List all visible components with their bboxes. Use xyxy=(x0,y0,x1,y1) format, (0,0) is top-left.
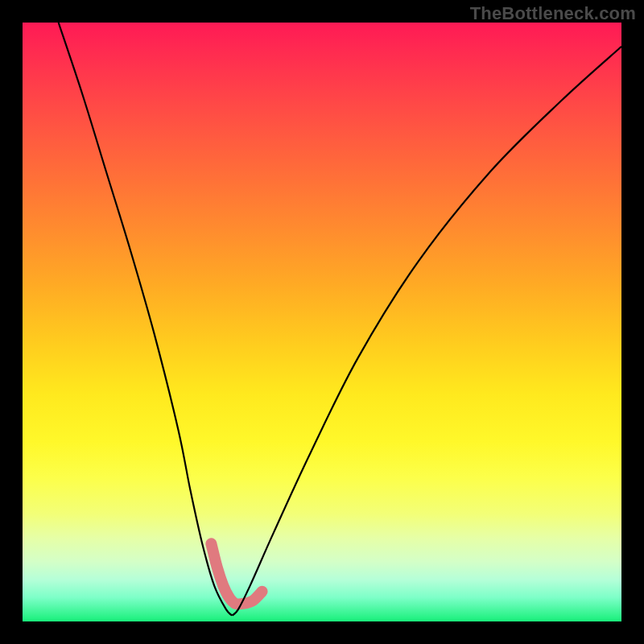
plot-area xyxy=(23,23,621,621)
chart-svg xyxy=(23,23,621,621)
chart-frame: TheBottleneck.com xyxy=(0,0,644,644)
bottleneck-curve-right xyxy=(232,47,621,616)
bottleneck-curve-left xyxy=(59,23,233,616)
watermark-text: TheBottleneck.com xyxy=(470,3,636,24)
